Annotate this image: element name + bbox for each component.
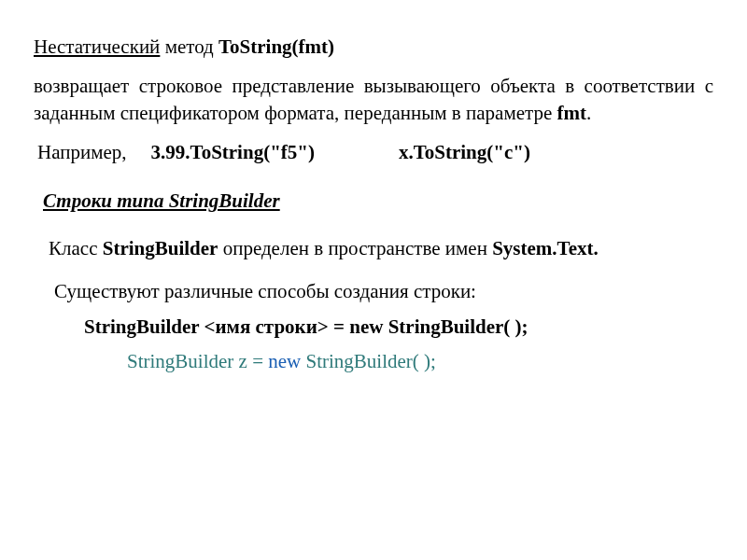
code-ex-prefix: StringBuilder z = bbox=[127, 350, 268, 372]
ways-intro: Существуют различные способы создания ст… bbox=[54, 278, 713, 304]
example-row: Например, 3.99.ToString("f5") x.ToString… bbox=[37, 139, 713, 165]
sb-pre: Класс bbox=[49, 237, 103, 259]
heading-method: ToString(fmt) bbox=[218, 35, 334, 58]
document-body: Нестатический метод ToString(fmt) возвра… bbox=[0, 0, 747, 374]
stringbuilder-description: Класс StringBuilder определен в простран… bbox=[49, 235, 704, 261]
heading-underlined: Нестатический bbox=[34, 35, 160, 58]
description-paragraph: возвращает строковое представление вызыв… bbox=[34, 73, 713, 126]
sb-class: StringBuilder bbox=[103, 237, 218, 259]
code-example: StringBuilder z = new StringBuilder( ); bbox=[127, 348, 713, 374]
description-param: fmt bbox=[557, 102, 586, 124]
heading-rest: метод bbox=[160, 35, 218, 58]
stringbuilder-section-title: Строки типа StringBuilder bbox=[43, 188, 713, 214]
description-dot: . bbox=[586, 102, 591, 124]
sb-namespace: System.Text. bbox=[492, 237, 599, 259]
example-label: Например, bbox=[37, 139, 127, 165]
example-one: 3.99.ToString("f5") bbox=[151, 139, 315, 165]
code-template: StringBuilder <имя строки> = new StringB… bbox=[84, 314, 713, 340]
example-two: x.ToString("c") bbox=[399, 139, 530, 165]
sb-mid: определен в пространстве имен bbox=[218, 237, 492, 259]
heading-line: Нестатический метод ToString(fmt) bbox=[34, 34, 713, 60]
description-text: возвращает строковое представление вызыв… bbox=[34, 75, 713, 123]
code-ex-keyword: new bbox=[268, 350, 301, 372]
code-ex-suffix: StringBuilder( ); bbox=[301, 350, 436, 372]
